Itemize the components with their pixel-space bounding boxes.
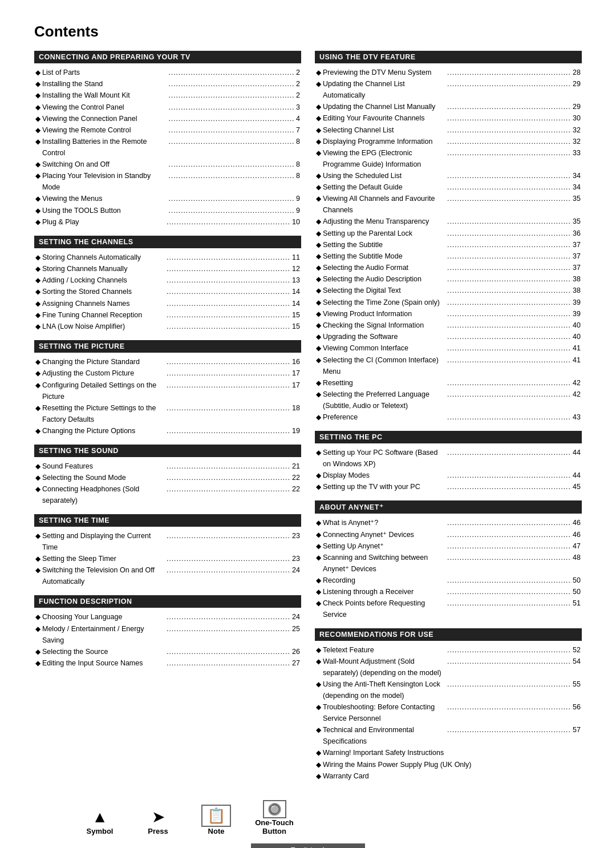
item-label: Using the Scheduled List <box>323 170 447 181</box>
dot-leader: ........................................… <box>447 702 572 713</box>
page-number: 10 <box>292 216 300 228</box>
section-header-pc: SETTING THE PC <box>315 431 582 443</box>
item-label: Viewing the Menus <box>42 193 169 204</box>
page-title: Contents <box>34 23 582 41</box>
item-label: Installing Batteries in the Remote Contr… <box>42 136 169 159</box>
list-item: ◆Selecting the Preferred Language (Subti… <box>316 389 581 411</box>
bullet-icon: ◆ <box>316 182 321 193</box>
page-number: 13 <box>292 274 300 286</box>
bullet-icon: ◆ <box>35 368 40 379</box>
one-touch-item: 🔘One-Touch Button <box>254 800 294 835</box>
page-number: 50 <box>573 575 581 586</box>
item-label: Preference <box>323 411 447 423</box>
list-item: ◆Setting the Sleep Timer ...............… <box>35 553 300 564</box>
item-label: Sorting the Stored Channels <box>42 286 167 297</box>
bullet-icon: ◆ <box>35 321 40 332</box>
dot-leader: ........................................… <box>167 658 291 669</box>
symbol-icon: ➤ <box>152 807 165 827</box>
bullet-icon: ◆ <box>35 624 40 635</box>
page-number: 8 <box>296 136 300 147</box>
dot-leader: ........................................… <box>167 264 291 274</box>
bullet-icon: ◆ <box>35 159 40 170</box>
list-item: ◆Storing Channels Automatically ........… <box>35 252 300 263</box>
dot-leader: ........................................… <box>447 656 572 667</box>
item-label: Installing the Wall Mount Kit <box>42 90 169 101</box>
bullet-icon: ◆ <box>316 285 321 296</box>
section-header-dtv: USING THE DTV FEATURE <box>315 51 582 63</box>
bullet-icon: ◆ <box>35 264 40 274</box>
page-number: 35 <box>573 216 581 227</box>
section-recommendations: RECOMMENDATIONS FOR USE◆Teletext Feature… <box>315 628 582 782</box>
dot-leader: ........................................… <box>167 403 291 414</box>
bullet-icon: ◆ <box>316 251 321 262</box>
list-item: ◆Installing the Wall Mount Kit .........… <box>35 90 300 101</box>
bullet-icon: ◆ <box>35 275 40 286</box>
dot-leader: ........................................… <box>447 518 572 528</box>
list-item: ◆Configuring Detailed Settings on the Pi… <box>35 379 300 402</box>
bullet-icon: ◆ <box>35 79 40 90</box>
item-label: Adjusting the Menu Transparency <box>323 216 447 227</box>
list-item: ◆LNA (Low Noise Amplifier) .............… <box>35 321 300 332</box>
list-item: ◆Adjusting the Custom Picture ..........… <box>35 368 300 379</box>
page-number: 41 <box>573 354 581 366</box>
page-number: 24 <box>292 611 300 623</box>
page-number: 45 <box>573 481 581 492</box>
dot-leader: ........................................… <box>447 136 572 147</box>
page-number: 18 <box>292 402 300 414</box>
list-item: ◆Setting and Displaying the Current Time… <box>35 530 300 553</box>
dot-leader: ........................................… <box>447 297 572 308</box>
item-label: Viewing the Connection Panel <box>42 113 169 124</box>
page-number: 11 <box>292 252 300 263</box>
dot-leader: ........................................… <box>167 217 291 228</box>
dot-leader: ........................................… <box>447 102 572 112</box>
dot-leader: ........................................… <box>447 228 572 239</box>
bullet-icon: ◆ <box>316 355 321 366</box>
contents-columns: CONNECTING AND PREPARING YOUR TV◆List of… <box>34 51 582 790</box>
bullet-icon: ◆ <box>316 125 321 136</box>
list-item: ◆Viewing All Channels and Favourite Chan… <box>316 193 581 216</box>
list-item: ◆Assigning Channels Names ..............… <box>35 298 300 309</box>
dot-leader: ........................................… <box>169 79 295 90</box>
bullet-icon: ◆ <box>35 565 40 576</box>
list-item: ◆Upgrading the Software ................… <box>316 331 581 342</box>
list-item: ◆Selecting the Audio Format ............… <box>316 262 581 273</box>
page-number: 34 <box>573 181 581 193</box>
bullet-icon: ◆ <box>35 205 40 216</box>
item-label: Wiring the Mains Power Supply Plug (UK O… <box>323 759 521 770</box>
dot-leader: ........................................… <box>447 79 572 90</box>
list-item: ◆Setting the Subtitle Mode .............… <box>316 251 581 262</box>
bullet-icon: ◆ <box>35 647 40 657</box>
dot-leader: ........................................… <box>447 378 572 389</box>
bullet-icon: ◆ <box>316 263 321 273</box>
item-label: Setting the Sleep Timer <box>42 553 167 564</box>
item-label: Resetting <box>323 377 447 389</box>
page-number: 26 <box>292 646 300 657</box>
item-label: Setting Up Anynet⁺ <box>323 540 447 552</box>
page-number: 9 <box>296 205 300 216</box>
page-number: 19 <box>292 425 300 437</box>
page-number: 48 <box>573 552 581 563</box>
bullet-icon: ◆ <box>35 90 40 101</box>
list-item: ◆Recording .............................… <box>316 575 581 586</box>
dot-leader: ........................................… <box>167 624 291 635</box>
item-label: Warranty Card <box>323 770 521 782</box>
dot-leader: ........................................… <box>447 725 572 736</box>
bullet-icon: ◆ <box>316 148 321 159</box>
page-number: 52 <box>573 644 581 656</box>
page-number: 2 <box>296 67 300 78</box>
bullet-icon: ◆ <box>316 171 321 181</box>
item-label: Checking the Signal Information <box>323 320 447 331</box>
item-label: Adding / Locking Channels <box>42 274 167 286</box>
bullet-icon: ◆ <box>316 470 321 481</box>
bullet-icon: ◆ <box>316 447 321 458</box>
item-label: Displaying Programme Information <box>323 136 447 147</box>
list-item: ◆Warning! Important Safety Instructions <box>316 747 581 758</box>
page-number: 32 <box>573 136 581 147</box>
symbol-item: ▲Symbol <box>80 807 120 835</box>
list-item: ◆Check Points before Requesting Service … <box>316 597 581 620</box>
list-item: ◆Installing the Stand ..................… <box>35 78 300 90</box>
dot-leader: ........................................… <box>447 251 572 262</box>
dot-leader: ........................................… <box>447 389 572 400</box>
item-label: Switching On and Off <box>42 159 169 170</box>
dot-leader: ........................................… <box>447 171 572 181</box>
